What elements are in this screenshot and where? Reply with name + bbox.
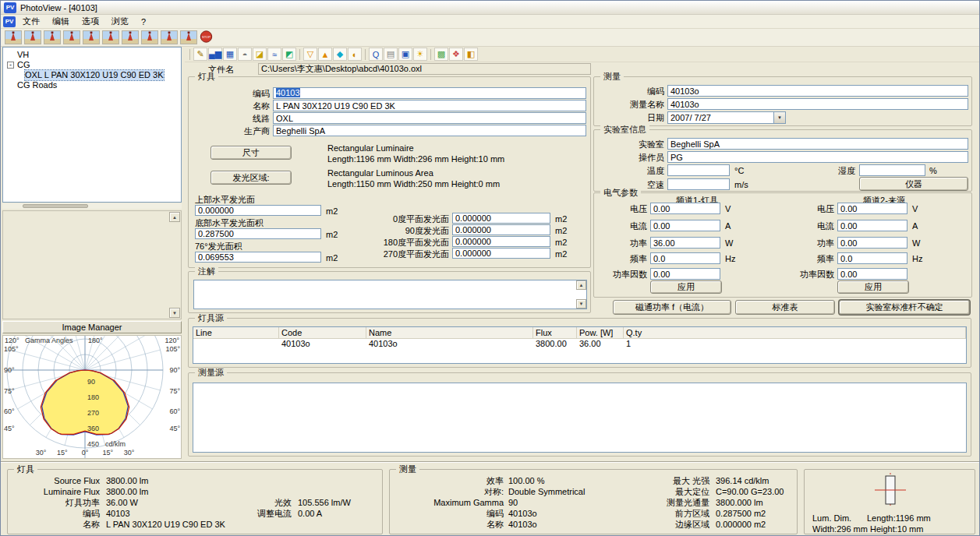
- lab-uncertainty-button[interactable]: 实验室标准杆不确定: [839, 300, 970, 315]
- tree-hscrollbar[interactable]: [2, 203, 182, 209]
- ch2-power-input[interactable]: [837, 237, 907, 249]
- photometric-chart-icon[interactable]: ▄▆: [208, 48, 222, 61]
- scene-icon-2[interactable]: [24, 30, 41, 44]
- ch2-apply-button[interactable]: 应用: [837, 280, 909, 294]
- solid-diagram-icon[interactable]: ◆: [333, 48, 347, 61]
- meas-name-label: 测量名称: [600, 100, 664, 110]
- date-select[interactable]: 2007/ 7/27 ▼: [667, 111, 786, 124]
- tree-item-cg[interactable]: CG: [17, 60, 30, 70]
- scene-icon-5[interactable]: [83, 30, 100, 44]
- plane90-input[interactable]: [452, 224, 550, 235]
- plane180-input[interactable]: [452, 236, 550, 247]
- ch2-frequency-input[interactable]: [837, 252, 907, 264]
- scene-icon-4[interactable]: [63, 30, 80, 44]
- scroll-up-icon[interactable]: ▲: [169, 212, 180, 222]
- scene-icon-8[interactable]: [141, 30, 158, 44]
- palette-icon[interactable]: ❖: [449, 48, 463, 61]
- matrix-icon[interactable]: ▩: [434, 48, 448, 61]
- line-input[interactable]: [273, 112, 586, 124]
- ch1-frequency-input[interactable]: [650, 252, 720, 264]
- scene-icon-1[interactable]: [5, 30, 22, 44]
- edit-notes-icon[interactable]: ✎: [193, 48, 207, 61]
- measurement-source-group: 测量源: [188, 372, 971, 457]
- table-row[interactable]: 40103o 40103o 3800.00 36.00 1: [193, 339, 966, 350]
- luminaire-tree[interactable]: VH - CG OXL L PAN 30X120 U19 C90 ED 3K C…: [2, 47, 182, 203]
- scene-icon-9[interactable]: [161, 30, 178, 44]
- humidity-input[interactable]: [859, 164, 925, 176]
- hscroll-thumb[interactable]: [23, 204, 88, 208]
- size-button[interactable]: 尺寸: [211, 146, 292, 160]
- scene-icon-3[interactable]: [44, 30, 61, 44]
- airspeed-input[interactable]: [667, 178, 730, 190]
- temperature-input[interactable]: [667, 164, 730, 176]
- svg-text:180: 180: [87, 393, 99, 401]
- ch1-power-input[interactable]: [650, 237, 720, 249]
- instrument-button[interactable]: 仪器: [859, 177, 968, 191]
- cartesian-diagram-icon[interactable]: ◪: [253, 48, 267, 61]
- ch1-apply-button[interactable]: 应用: [650, 280, 722, 294]
- luminaire-source-table: Line Code Name Flux Pow. [W] Q.ty 40103o…: [193, 326, 967, 364]
- status-panel: 灯具 Source Flux 3800.00 lm Luminaire Flux…: [1, 462, 980, 536]
- scroll-down-icon[interactable]: ▼: [169, 308, 180, 318]
- luminous-area-button[interactable]: 发光区域:: [211, 171, 292, 185]
- notes-scroll-up-icon[interactable]: ▲: [576, 280, 586, 290]
- ch2-current-input[interactable]: [837, 220, 907, 231]
- meas-code-input[interactable]: [667, 85, 968, 97]
- measurement-source-list[interactable]: [193, 383, 967, 453]
- deg76-area-input[interactable]: [195, 252, 321, 263]
- tree-expander-cg[interactable]: -: [7, 62, 14, 69]
- meas-name-input[interactable]: [667, 98, 968, 110]
- ch2-power-factor-input[interactable]: [837, 268, 907, 280]
- ch1-power-factor-input[interactable]: [650, 268, 720, 280]
- tree-item-vh[interactable]: VH: [17, 50, 29, 60]
- quality-diagram-icon[interactable]: Q: [369, 48, 383, 61]
- polar-chart: 120°Gamma Angles180°120°105°105°90°90°75…: [2, 335, 182, 459]
- mdi-child-icon[interactable]: PV: [3, 16, 16, 27]
- menu-browse[interactable]: 浏览: [106, 15, 134, 28]
- source-flux-label: Source Flux: [11, 476, 100, 486]
- screen-view-icon[interactable]: ▣: [398, 48, 412, 61]
- scene-icon-10[interactable]: [180, 30, 197, 44]
- cone-diagram-icon[interactable]: ▲: [318, 48, 332, 61]
- standard-table-button[interactable]: 标准表: [735, 300, 835, 315]
- menu-help[interactable]: ?: [136, 16, 151, 27]
- scene-icon-7[interactable]: [122, 30, 139, 44]
- plane0-input[interactable]: [452, 213, 550, 224]
- tree-item-oxl[interactable]: OXL L PAN 30X120 U19 C90 ED 3K: [25, 70, 164, 80]
- intensity-table-icon[interactable]: ▦: [223, 48, 237, 61]
- report-icon[interactable]: ▤: [384, 48, 398, 61]
- ch1-voltage-input[interactable]: [650, 203, 720, 214]
- notes-textarea[interactable]: ▲ ▼: [193, 280, 587, 309]
- scene-icon-6[interactable]: [102, 30, 119, 44]
- menu-file[interactable]: 文件: [17, 15, 45, 28]
- glare-diagram-icon[interactable]: ◐: [348, 48, 362, 61]
- flux-power-button[interactable]: 磁通功率 f（电流）: [613, 300, 731, 315]
- ch1-current-input[interactable]: [650, 220, 720, 231]
- menu-options[interactable]: 选项: [76, 15, 104, 28]
- lamp-icon[interactable]: ☀: [413, 48, 427, 61]
- footer-name-label: 名称: [11, 520, 100, 530]
- beam-diagram-icon[interactable]: ▽: [303, 48, 317, 61]
- operator-input[interactable]: [667, 151, 968, 163]
- color-scale-icon[interactable]: ◧: [464, 48, 478, 61]
- tree-item-cg-roads[interactable]: CG Roads: [17, 80, 57, 90]
- lab-input[interactable]: [667, 138, 968, 150]
- menu-edit[interactable]: 编辑: [47, 15, 75, 28]
- ch2-voltage-input[interactable]: [837, 203, 907, 214]
- upper-surface-input[interactable]: [195, 205, 321, 216]
- manufacturer-input[interactable]: [273, 125, 586, 136]
- notes-scroll-down-icon[interactable]: ▼: [576, 299, 586, 309]
- image-list[interactable]: ▲ ▼: [2, 210, 182, 319]
- plane270-input[interactable]: [452, 248, 550, 259]
- code-input[interactable]: 40103: [273, 87, 586, 99]
- chevron-down-icon[interactable]: ▼: [773, 112, 785, 123]
- meas-footer-code-value: 40103o: [508, 509, 537, 519]
- stop-icon[interactable]: STOP: [200, 30, 217, 44]
- polar-diagram-icon[interactable]: ◓: [238, 48, 252, 61]
- utilization-diagram-icon[interactable]: ◩: [282, 48, 296, 61]
- svg-text:60°: 60°: [4, 407, 15, 415]
- isolux-diagram-icon[interactable]: ≈: [267, 48, 281, 61]
- bottom-surface-input[interactable]: [195, 228, 321, 239]
- image-manager-header[interactable]: Image Manager: [2, 321, 182, 333]
- name-input[interactable]: [273, 100, 586, 111]
